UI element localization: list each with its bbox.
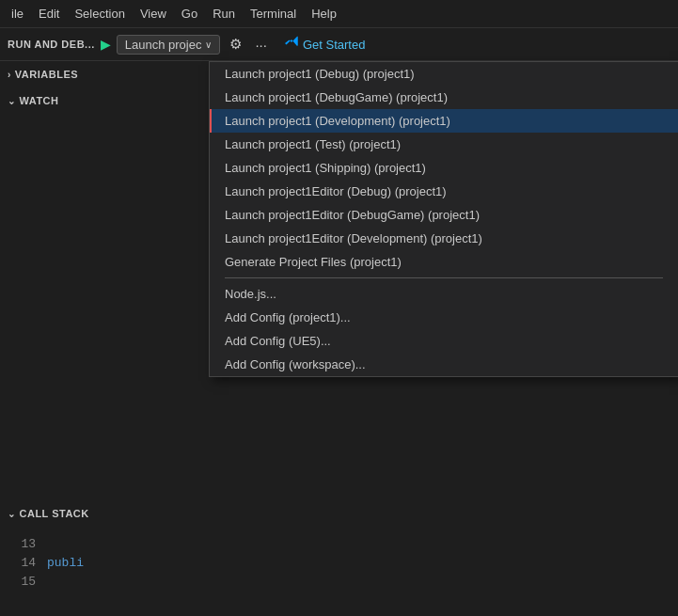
get-started-label: Get Started xyxy=(303,38,365,52)
callstack-section: ⌄ CALL STACK xyxy=(0,500,97,527)
editor-line-13 xyxy=(47,535,678,554)
menu-item-view[interactable]: View xyxy=(133,3,174,24)
menu-item-file[interactable]: ile xyxy=(4,3,31,24)
dropdown-separator xyxy=(225,277,663,278)
dropdown-item-0[interactable]: Launch project1 (Debug) (project1) xyxy=(210,62,678,86)
keyword-public: publi xyxy=(47,554,84,573)
variables-label: VARIABLES xyxy=(15,69,78,80)
dropdown-extra-2[interactable]: Add Config (UE5)... xyxy=(210,329,678,353)
run-debug-label: RUN AND DEB... xyxy=(8,39,95,50)
config-label: Launch projec xyxy=(125,38,202,52)
toolbar: RUN AND DEB... ▶ Launch projec ∨ ⚙ ··· G… xyxy=(0,28,678,61)
editor-line-14: publi xyxy=(47,554,678,573)
menu-item-terminal[interactable]: Terminal xyxy=(243,3,304,24)
callstack-label: CALL STACK xyxy=(20,508,89,519)
editor-content[interactable]: publi xyxy=(47,531,678,616)
dropdown-extra-0[interactable]: Node.js... xyxy=(210,282,678,306)
chevron-down-icon: ∨ xyxy=(205,39,212,50)
variables-section: › VARIABLES xyxy=(0,61,207,87)
config-dropdown-menu: Launch project1 (Debug) (project1) Launc… xyxy=(209,61,678,377)
line-number-13: 13 xyxy=(0,535,36,554)
variables-section-header[interactable]: › VARIABLES xyxy=(0,65,207,84)
watch-section: ⌄ WATCH xyxy=(0,87,207,114)
menu-item-go[interactable]: Go xyxy=(174,3,205,24)
config-dropdown[interactable]: Launch projec ∨ xyxy=(117,35,221,55)
dropdown-extra-1[interactable]: Add Config (project1)... xyxy=(210,306,678,329)
line-numbers: 13 14 15 xyxy=(0,531,47,616)
dropdown-item-4[interactable]: Launch project1 (Shipping) (project1) xyxy=(210,156,678,180)
get-started-button[interactable]: Get Started xyxy=(284,35,365,54)
dropdown-item-5[interactable]: Launch project1Editor (Debug) (project1) xyxy=(210,180,678,203)
vscode-logo-icon xyxy=(284,35,299,54)
dropdown-item-7[interactable]: Launch project1Editor (Development) (pro… xyxy=(210,227,678,250)
menu-bar: ile Edit Selection View Go Run Terminal … xyxy=(0,0,678,28)
dropdown-extra-3[interactable]: Add Config (workspace)... xyxy=(210,353,678,376)
line-number-14: 14 xyxy=(0,554,36,573)
dropdown-item-1[interactable]: Launch project1 (DebugGame) (project1) xyxy=(210,86,678,109)
menu-item-run[interactable]: Run xyxy=(205,3,243,24)
dropdown-item-8[interactable]: Generate Project Files (project1) xyxy=(210,250,678,274)
watch-section-header[interactable]: ⌄ WATCH xyxy=(0,91,207,110)
watch-label: WATCH xyxy=(20,95,59,106)
editor-area: 13 14 15 publi xyxy=(0,531,678,616)
more-options-icon[interactable]: ··· xyxy=(251,35,271,55)
play-button[interactable]: ▶ xyxy=(101,37,111,52)
watch-arrow-icon: ⌄ xyxy=(8,96,16,106)
gear-icon[interactable]: ⚙ xyxy=(226,34,245,55)
dropdown-item-3[interactable]: Launch project1 (Test) (project1) xyxy=(210,133,678,156)
menu-item-edit[interactable]: Edit xyxy=(31,3,67,24)
menu-item-selection[interactable]: Selection xyxy=(67,3,132,24)
play-icon: ▶ xyxy=(101,37,111,52)
editor-line-15 xyxy=(47,573,678,592)
variables-arrow-icon: › xyxy=(8,70,11,80)
menu-item-help[interactable]: Help xyxy=(304,3,344,24)
callstack-arrow-icon: ⌄ xyxy=(8,509,16,519)
dropdown-item-6[interactable]: Launch project1Editor (DebugGame) (proje… xyxy=(210,203,678,227)
callstack-section-header[interactable]: ⌄ CALL STACK xyxy=(0,504,97,523)
line-number-15: 15 xyxy=(0,573,36,592)
dropdown-item-2[interactable]: Launch project1 (Development) (project1) xyxy=(210,109,678,133)
